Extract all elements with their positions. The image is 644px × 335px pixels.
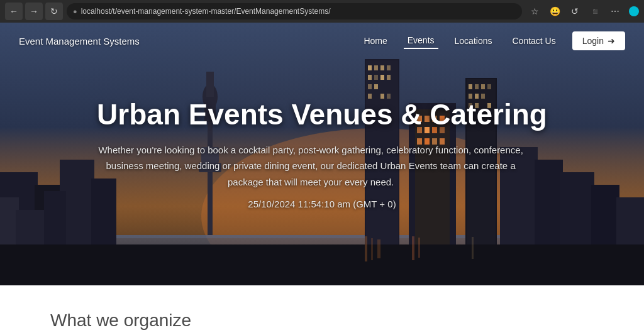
svg-rect-49: [475, 84, 479, 89]
browser-actions: ☆ 😀 ↺ ◾ ⋯: [526, 3, 639, 20]
svg-rect-68: [418, 238, 420, 258]
svg-rect-62: [616, 197, 644, 248]
back-button[interactable]: ←: [5, 3, 23, 20]
svg-rect-50: [481, 84, 485, 89]
website: Event Management Systems Home Events Loc…: [0, 23, 644, 335]
history-button[interactable]: ↺: [566, 3, 584, 20]
navbar: Event Management Systems Home Events Loc…: [0, 23, 644, 59]
organize-section: What we organize: [0, 285, 644, 335]
hero-content: Urban Events Venues & Catering Whether y…: [84, 99, 560, 209]
hero-title: Urban Events Venues & Catering: [97, 99, 547, 131]
svg-rect-25: [380, 75, 384, 80]
login-arrow-icon: ➜: [608, 36, 615, 46]
brand-name: Event Management Systems: [19, 36, 140, 47]
hero-section: Urban Events Venues & Catering Whether y…: [0, 23, 644, 285]
refresh-button[interactable]: ↻: [45, 3, 63, 20]
svg-rect-28: [374, 84, 378, 89]
browser-controls: ← → ↻: [5, 3, 63, 20]
lock-icon: ●: [73, 8, 77, 15]
svg-rect-22: [387, 65, 391, 70]
svg-rect-61: [591, 185, 619, 248]
svg-rect-48: [469, 84, 472, 89]
nav-contact[interactable]: Contact Us: [508, 33, 559, 48]
svg-rect-27: [368, 84, 372, 89]
login-button[interactable]: Login ➜: [572, 31, 625, 50]
nav-events[interactable]: Events: [404, 33, 438, 49]
svg-rect-14: [206, 72, 214, 97]
svg-rect-24: [374, 75, 378, 80]
svg-rect-23: [368, 75, 372, 80]
extensions-button[interactable]: ◾: [586, 3, 604, 20]
svg-rect-20: [374, 65, 378, 70]
svg-rect-66: [377, 239, 380, 258]
nav-locations[interactable]: Locations: [451, 33, 496, 48]
address-bar[interactable]: ● localhost/t/event-management-system-ma…: [67, 3, 522, 19]
svg-rect-67: [412, 236, 414, 260]
browser-chrome: ← → ↻ ● localhost/t/event-management-sys…: [0, 0, 644, 23]
star-button[interactable]: ☆: [526, 3, 543, 20]
svg-rect-19: [368, 65, 372, 70]
svg-rect-63: [0, 244, 644, 285]
svg-rect-64: [365, 236, 367, 261]
hero-datetime: 25/10/2024 11:54:10 am (GMT + 0): [97, 199, 547, 209]
emoji-button[interactable]: 😀: [546, 3, 564, 20]
svg-rect-21: [380, 65, 384, 70]
hero-description: Whether you're looking to book a cocktai…: [97, 142, 525, 190]
organize-title: What we organize: [50, 310, 594, 331]
svg-rect-51: [487, 84, 491, 89]
svg-rect-26: [387, 75, 391, 80]
forward-button[interactable]: →: [25, 3, 43, 20]
url-text: localhost/t/event-management-system-mast…: [81, 7, 331, 16]
svg-rect-65: [371, 238, 373, 260]
svg-rect-60: [560, 172, 594, 248]
nav-home[interactable]: Home: [360, 33, 391, 48]
profile-dot: [629, 6, 639, 16]
nav-links: Home Events Locations Contact Us Login ➜: [360, 31, 625, 50]
menu-button[interactable]: ⋯: [606, 3, 624, 20]
svg-rect-69: [472, 237, 474, 259]
